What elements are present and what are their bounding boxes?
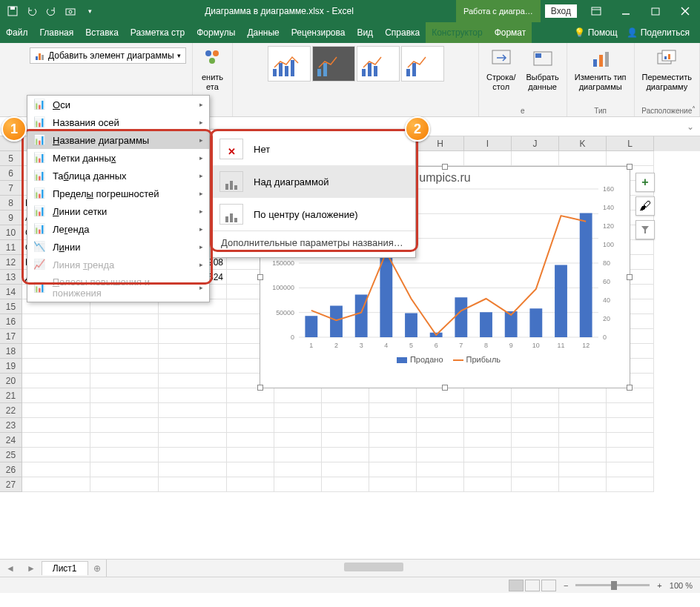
row-header[interactable]: 14 [0,285,22,299]
row-header[interactable]: 23 [0,418,22,433]
cell[interactable] [512,477,559,492]
submenu-more-options[interactable]: Дополнительные параметры названия… [211,230,415,254]
cell[interactable] [90,448,159,462]
cell[interactable] [227,477,274,492]
cell[interactable] [369,477,417,492]
row-header[interactable]: 24 [0,433,22,448]
row-header[interactable]: 16 [0,314,22,329]
page-break-view-button[interactable] [541,580,556,591]
tab-insert[interactable]: Вставка [79,22,125,43]
column-header[interactable]: J [512,136,559,151]
menu-axis-titles[interactable]: 📊Названия осей▸ [27,113,209,131]
cell[interactable] [90,314,159,329]
cell[interactable] [227,462,274,477]
cell[interactable] [369,418,417,433]
new-sheet-button[interactable]: ⊕ [88,563,106,574]
change-chart-type-button[interactable]: Изменить тип диаграммы [572,46,630,93]
camera-icon[interactable] [62,3,79,19]
page-layout-view-button[interactable] [525,580,540,591]
cell[interactable] [464,403,512,418]
cell[interactable] [90,433,159,448]
cell[interactable] [22,388,90,403]
cell[interactable] [607,462,654,477]
row-header[interactable]: 9 [0,210,22,225]
zoom-in-button[interactable]: + [657,581,661,590]
menu-lines[interactable]: 📉ЛинииЛинии▸ [27,238,209,256]
cell[interactable] [607,433,654,448]
share-button[interactable]: 👤 Поделиться [627,27,690,38]
chart-styles-button[interactable]: 🖌 [635,196,655,216]
cell[interactable] [227,433,274,448]
menu-gridlines[interactable]: 📊Линии сеткиЛинии сетки▸ [27,202,209,220]
menu-legend[interactable]: 📊ЛегендаЛегенда▸ [27,220,209,238]
cell[interactable] [159,359,227,374]
ribbon-display-icon[interactable] [581,0,611,22]
row-header[interactable]: 19 [0,359,22,374]
cell[interactable] [607,448,654,462]
cell[interactable] [512,433,559,448]
row-header[interactable]: 11 [0,240,22,255]
tab-review[interactable]: Рецензирова [285,22,351,43]
cell[interactable] [512,418,559,433]
cell[interactable] [464,448,512,462]
zoom-out-button[interactable]: − [564,581,568,590]
cell[interactable] [607,388,654,403]
cell[interactable] [417,433,464,448]
close-button[interactable] [670,0,700,22]
cell[interactable] [227,388,274,403]
cell[interactable] [607,403,654,418]
cell[interactable] [22,329,90,344]
row-header[interactable]: 18 [0,344,22,359]
cell[interactable] [512,388,559,403]
minimize-button[interactable] [611,0,641,22]
cell[interactable] [559,462,607,477]
cell[interactable] [464,388,512,403]
row-header[interactable]: 27 [0,477,22,492]
chart-style-thumb[interactable] [268,46,311,82]
cell[interactable] [159,418,227,433]
cell[interactable] [417,403,464,418]
chart-styles-gallery[interactable] [268,46,444,82]
cell[interactable] [90,388,159,403]
row-header[interactable]: 22 [0,403,22,418]
row-header[interactable]: 15 [0,299,22,314]
cell[interactable] [417,151,464,166]
row-header[interactable]: 5 [0,151,22,166]
cell[interactable] [90,344,159,359]
chart-legend[interactable]: Продано Прибыль [260,352,630,367]
signin-button[interactable]: Вход [545,4,577,18]
cell[interactable] [274,388,322,403]
row-header[interactable]: 10 [0,225,22,240]
cell[interactable] [559,477,607,492]
normal-view-button[interactable] [509,580,524,591]
tab-help[interactable]: Справка [379,22,426,43]
menu-chart-title[interactable]: 📊Название диаграммыНазвание диаграммы▸ [27,131,209,149]
submenu-overlay[interactable]: По центру (наложение) [211,198,415,230]
cell[interactable] [274,403,322,418]
tab-home[interactable]: Главная [34,22,80,43]
cell[interactable] [90,374,159,388]
cell[interactable] [464,462,512,477]
cell[interactable] [607,477,654,492]
tab-design[interactable]: Конструктор [426,22,488,43]
cell[interactable] [512,448,559,462]
cell[interactable] [22,314,90,329]
cell[interactable] [227,418,274,433]
tab-format[interactable]: Формат [489,22,532,43]
cell[interactable] [369,448,417,462]
row-header[interactable]: 21 [0,388,22,403]
menu-data-labels[interactable]: 📊Метки данныхМетки данных▸ [27,149,209,167]
cell[interactable] [559,403,607,418]
undo-icon[interactable] [24,3,40,19]
cell[interactable] [369,388,417,403]
cell[interactable] [559,418,607,433]
cell[interactable] [369,462,417,477]
tab-file[interactable]: Файл [0,22,34,43]
cell[interactable] [607,418,654,433]
cell[interactable] [90,462,159,477]
cell[interactable] [22,359,90,374]
chart-style-thumb[interactable] [357,46,400,82]
row-header[interactable]: 13 [0,270,22,285]
cell[interactable] [227,403,274,418]
change-colors-button[interactable]: енить ета [198,46,228,93]
